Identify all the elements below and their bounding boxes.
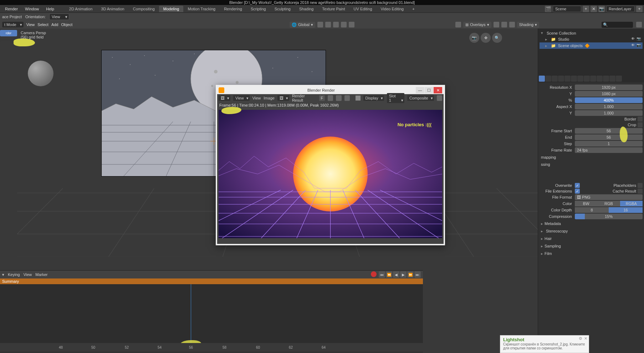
border-checkbox[interactable]: [638, 117, 643, 122]
slot-dropdown[interactable]: Slot 1: [387, 93, 404, 103]
play-button[interactable]: ▶: [400, 271, 407, 278]
menu-render[interactable]: Render: [1, 6, 21, 12]
color-rgb[interactable]: RGB: [597, 201, 620, 206]
section-stereoscopy[interactable]: ▸Stereoscopy: [539, 227, 643, 235]
zoom-gizmo-icon[interactable]: 🔍: [492, 33, 502, 43]
outliner-item[interactable]: ▸ 📁 Scene objects 🔶 👁📷: [540, 42, 643, 49]
mesh-select-icon[interactable]: [455, 22, 461, 27]
open-image-button[interactable]: [336, 95, 342, 101]
delete-scene-button[interactable]: ✕: [591, 6, 597, 12]
tab-texture-paint[interactable]: Texture Paint: [318, 6, 349, 12]
pan-gizmo-icon[interactable]: ✥: [481, 33, 491, 43]
render-image-menu[interactable]: Image: [264, 96, 275, 100]
cache-checkbox[interactable]: [638, 189, 643, 194]
menu-help[interactable]: Help: [42, 6, 58, 12]
tab-2d-animation[interactable]: 2D Animation: [65, 6, 97, 12]
tab-motion-tracking[interactable]: Motion Tracking: [183, 6, 220, 12]
overwrite-checkbox[interactable]: [575, 183, 580, 188]
depth-8[interactable]: 8: [575, 207, 609, 213]
tab-uv-editing[interactable]: UV Editing: [349, 6, 377, 12]
eye-icon[interactable]: 👁: [630, 37, 635, 42]
output-tab-icon[interactable]: [545, 76, 551, 82]
particle-tab-icon[interactable]: [584, 76, 590, 82]
new-image-button[interactable]: [328, 95, 333, 101]
scene-tab-icon[interactable]: [558, 76, 564, 82]
summary-row[interactable]: Summary: [0, 278, 423, 284]
tab-3d-animation[interactable]: 3D Animation: [97, 6, 128, 12]
render-view-menu[interactable]: View: [252, 96, 261, 100]
scene-name-field[interactable]: Scene: [553, 6, 581, 12]
viewlayer-tab-icon[interactable]: [552, 76, 558, 82]
shade-lookdev-icon[interactable]: [509, 22, 515, 27]
shade-solid-icon[interactable]: [501, 22, 507, 27]
shade-wireframe-icon[interactable]: [494, 22, 499, 27]
frame-end-field[interactable]: 56: [575, 134, 643, 140]
orientation-widget[interactable]: 🌐 Global ▾: [290, 22, 315, 28]
tab-scripting[interactable]: Scripting: [246, 6, 270, 12]
pivot-icon[interactable]: [349, 22, 354, 27]
outliner-item[interactable]: ▸ 📁 Studio 👁📷: [540, 36, 643, 42]
outliner-filter-icon[interactable]: [636, 22, 642, 27]
header-object[interactable]: Object: [61, 22, 72, 27]
color-channel-icon[interactable]: [356, 96, 361, 101]
header-select[interactable]: Select: [37, 22, 48, 27]
render-result-field[interactable]: Render Result: [292, 94, 316, 102]
snap-icon[interactable]: [317, 22, 323, 27]
file-ext-checkbox[interactable]: [575, 189, 580, 194]
fake-user-button[interactable]: F: [319, 95, 325, 101]
image-dropdown[interactable]: 🖼: [277, 95, 289, 101]
caret-icon[interactable]: ▾: [541, 31, 545, 35]
play-reverse-button[interactable]: ◀: [393, 271, 399, 278]
section-hair[interactable]: ▸Hair: [539, 235, 643, 242]
renderlayer-field[interactable]: RenderLayer: [606, 6, 635, 12]
aspect-y-field[interactable]: 1.000: [575, 110, 643, 116]
res-y-field[interactable]: 1080 px: [575, 91, 643, 97]
framerate-field[interactable]: 24 fps: [575, 147, 643, 153]
eye-icon[interactable]: 👁: [630, 43, 635, 48]
editor-type-dropdown[interactable]: 🖼: [219, 95, 230, 101]
close-icon[interactable]: ✕: [584, 336, 587, 341]
physics-tab-icon[interactable]: [590, 76, 596, 82]
minimize-button[interactable]: —: [416, 87, 424, 93]
header-add[interactable]: Add: [51, 22, 58, 27]
section-sampling[interactable]: ▸Sampling: [539, 242, 643, 250]
world-tab-icon[interactable]: [564, 76, 571, 82]
next-key-button[interactable]: ⏩: [407, 271, 414, 278]
crop-checkbox[interactable]: [638, 122, 643, 127]
render-view-dropdown[interactable]: View: [233, 95, 250, 101]
keying-dropdown[interactable]: Keying: [8, 272, 20, 277]
section-metadata[interactable]: ▸Metadata: [539, 220, 643, 227]
view-dropdown[interactable]: View: [49, 14, 69, 20]
compression-slider[interactable]: 15%: [575, 214, 643, 219]
proportional-icon[interactable]: [333, 22, 339, 27]
outliner-search[interactable]: 🔍: [602, 22, 633, 28]
new-scene-button[interactable]: +: [583, 6, 589, 12]
render-tab-icon[interactable]: [539, 76, 545, 82]
section-mapping[interactable]: mapping: [539, 154, 643, 161]
material-tab-icon[interactable]: [609, 76, 615, 82]
shading-dropdown[interactable]: Shading ▾: [517, 22, 539, 28]
caret-icon[interactable]: ▸: [545, 37, 549, 42]
section-film[interactable]: ▸Film: [539, 250, 643, 257]
timeline-editor-dropdown[interactable]: ▾: [2, 272, 4, 277]
tab-modeling[interactable]: Modeling: [159, 6, 184, 12]
gear-icon[interactable]: ⚙: [579, 336, 582, 341]
resolution-pct-field[interactable]: 400%: [575, 97, 643, 103]
jump-end-button[interactable]: ⏭: [414, 271, 421, 278]
section-ssing[interactable]: ssing: [539, 161, 643, 168]
falloff-icon[interactable]: [341, 22, 347, 27]
snap-target-icon[interactable]: [325, 22, 331, 27]
timeline-body[interactable]: 56 48 50 52 54 56 58 60 62 64: [0, 284, 423, 352]
jump-start-button[interactable]: ⏮: [379, 271, 385, 278]
render-titlebar[interactable]: Blender Render — ☐ ✕: [217, 86, 444, 94]
composite-dropdown[interactable]: Composite: [407, 95, 434, 101]
depth-16[interactable]: 16: [609, 207, 643, 213]
frame-start-field[interactable]: 56: [575, 128, 643, 134]
tab-sculpting[interactable]: Sculpting: [270, 6, 295, 12]
close-button[interactable]: ✕: [434, 87, 442, 93]
res-x-field[interactable]: 1920 px: [575, 85, 643, 90]
color-rgba[interactable]: RGBA: [620, 201, 643, 206]
tab-rendering[interactable]: Rendering: [220, 6, 246, 12]
camera-gizmo-icon[interactable]: 📷: [469, 33, 479, 43]
color-bw[interactable]: BW: [575, 201, 597, 206]
